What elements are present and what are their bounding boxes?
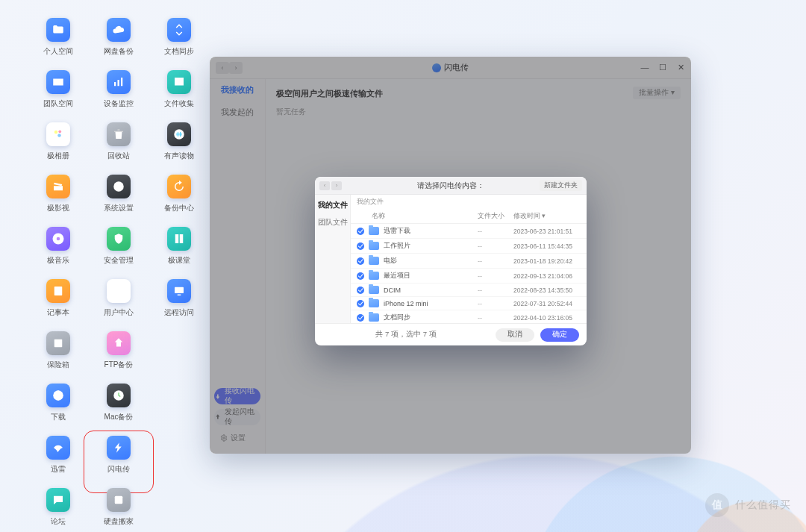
app-迅雷[interactable]: 迅雷	[28, 436, 88, 488]
checkbox-icon[interactable]	[357, 242, 364, 250]
movie-icon	[46, 175, 70, 198]
tab-sent[interactable]: 我发起的	[221, 107, 254, 118]
bulk-action[interactable]: 批量操作 ▾	[633, 87, 681, 99]
window-minimize[interactable]: —	[640, 63, 649, 72]
app-安全管理[interactable]: 安全管理	[89, 227, 149, 279]
app-Mac备份[interactable]: Mac备份	[89, 384, 149, 436]
svg-point-10	[117, 185, 121, 189]
col-mtime[interactable]: 修改时间 ▾	[513, 212, 581, 221]
breadcrumb[interactable]: 我的文件	[351, 195, 587, 210]
file-list: 我的文件 名称 文件大小 修改时间 ▾ 迅雷下载--2023-06-23 21:…	[351, 195, 587, 323]
app-label: FTP备份	[104, 360, 134, 370]
app-远程访问[interactable]: 远程访问	[149, 279, 209, 331]
file-row[interactable]: 最近项目--2022-09-13 21:04:06	[351, 269, 587, 284]
col-size[interactable]: 文件大小	[478, 212, 513, 221]
window-maximize[interactable]: ☐	[658, 63, 667, 72]
bolt-icon	[107, 436, 131, 460]
app-系统设置[interactable]: 系统设置	[89, 175, 149, 227]
file-row[interactable]: 迅雷下载--2023-06-23 21:01:51	[351, 224, 587, 239]
app-极影视[interactable]: 极影视	[28, 175, 88, 227]
app-团队空间[interactable]: 团队空间	[28, 70, 88, 122]
app-label: 极相册	[47, 151, 69, 161]
app-label: 论坛	[51, 516, 66, 527]
safe-icon	[46, 331, 70, 355]
file-mtime: 2022-07-31 20:52:44	[513, 300, 581, 307]
trash-icon	[107, 122, 131, 146]
checkbox-icon[interactable]	[357, 314, 364, 322]
app-文档同步[interactable]: 文档同步	[149, 18, 209, 70]
dialog-tab-myfiles[interactable]: 我的文件	[318, 201, 348, 210]
app-网盘备份[interactable]: 网盘备份	[89, 18, 149, 70]
send-button[interactable]: 发起闪电传	[214, 409, 260, 425]
ok-button[interactable]: 确定	[540, 328, 579, 342]
sidebar: 我接收的 我发起的 接收闪电传 发起闪电传 设置	[210, 79, 266, 454]
app-icon	[432, 63, 441, 72]
app-保险箱[interactable]: 保险箱	[28, 331, 88, 384]
app-极相册[interactable]: 极相册	[28, 122, 88, 175]
checkbox-icon[interactable]	[357, 272, 364, 280]
desktop-grid: 个人空间网盘备份文档同步团队空间设备监控文件收集极相册回收站有声读物极影视系统设…	[28, 18, 209, 532]
receive-button[interactable]: 接收闪电传	[214, 388, 260, 404]
app-label: 极影视	[47, 203, 69, 213]
app-用户中心[interactable]: 用户中心	[89, 279, 149, 331]
app-个人空间[interactable]: 个人空间	[28, 18, 88, 70]
page-heading: 极空间用户之间极速传输文件	[276, 88, 681, 99]
dialog-tab-teamfiles[interactable]: 团队文件	[318, 218, 348, 228]
app-FTP备份[interactable]: FTP备份	[89, 331, 149, 384]
app-下载[interactable]: 下载	[28, 384, 88, 436]
app-闪电传[interactable]: 闪电传	[89, 436, 149, 488]
app-label: 有声读物	[164, 151, 194, 161]
nav-back[interactable]: ‹	[216, 62, 229, 74]
book-icon	[167, 227, 191, 251]
selection-count: 共 7 项，选中 7 项	[322, 330, 490, 339]
app-label: 保险箱	[47, 360, 69, 370]
disk-icon	[107, 488, 131, 512]
app-硬盘搬家[interactable]: 硬盘搬家	[89, 488, 149, 532]
app-记事本[interactable]: 记事本	[28, 279, 88, 331]
checkbox-icon[interactable]	[357, 257, 364, 265]
file-row[interactable]: 电影--2023-01-18 19:20:42	[351, 254, 587, 269]
folder-icon	[46, 18, 70, 42]
app-设备监控[interactable]: 设备监控	[89, 70, 149, 122]
app-有声读物[interactable]: 有声读物	[149, 122, 209, 175]
svg-rect-15	[175, 287, 184, 293]
tab-received[interactable]: 我接收的	[221, 85, 254, 96]
app-论坛[interactable]: 论坛	[28, 488, 88, 532]
file-name: DCIM	[384, 287, 478, 294]
col-name[interactable]: 名称	[357, 212, 478, 221]
app-极课堂[interactable]: 极课堂	[149, 227, 209, 279]
new-folder-button[interactable]: 新建文件夹	[540, 180, 582, 191]
app-label: 网盘备份	[104, 46, 134, 57]
checkbox-icon[interactable]	[357, 228, 364, 235]
app-label: 记事本	[47, 307, 69, 318]
nav-forward[interactable]: ›	[229, 62, 243, 74]
app-备份中心[interactable]: 备份中心	[149, 175, 209, 227]
window-close[interactable]: ✕	[676, 63, 685, 72]
svg-point-12	[57, 237, 60, 241]
folder-icon	[369, 227, 379, 235]
folder-icon	[369, 299, 379, 307]
file-row[interactable]: 工作照片--2023-06-11 15:44:35	[351, 239, 587, 254]
checkbox-icon[interactable]	[357, 287, 364, 294]
inbox-icon	[167, 70, 191, 94]
svg-point-23	[223, 437, 225, 439]
svg-point-5	[54, 131, 58, 134]
app-文件收集[interactable]: 文件收集	[149, 70, 209, 122]
file-row[interactable]: DCIM--2022-08-23 14:35:50	[351, 284, 587, 297]
gear-icon	[107, 175, 131, 198]
file-name: 工作照片	[384, 241, 478, 251]
svg-point-0	[55, 81, 57, 84]
folder-icon	[369, 272, 379, 280]
app-回收站[interactable]: 回收站	[89, 122, 149, 175]
file-row[interactable]: 文档同步--2022-04-10 23:16:05	[351, 310, 587, 323]
app-极音乐[interactable]: 极音乐	[28, 227, 88, 279]
app-label: 迅雷	[51, 464, 66, 475]
svg-rect-2	[114, 82, 116, 86]
app-label: 安全管理	[104, 255, 134, 266]
checkbox-icon[interactable]	[357, 300, 364, 307]
file-size: --	[478, 257, 513, 265]
cancel-button[interactable]: 取消	[496, 328, 534, 342]
settings-button[interactable]: 设置	[214, 430, 260, 446]
app-label: 硬盘搬家	[104, 516, 134, 527]
file-row[interactable]: iPhone 12 mini--2022-07-31 20:52:44	[351, 297, 587, 310]
